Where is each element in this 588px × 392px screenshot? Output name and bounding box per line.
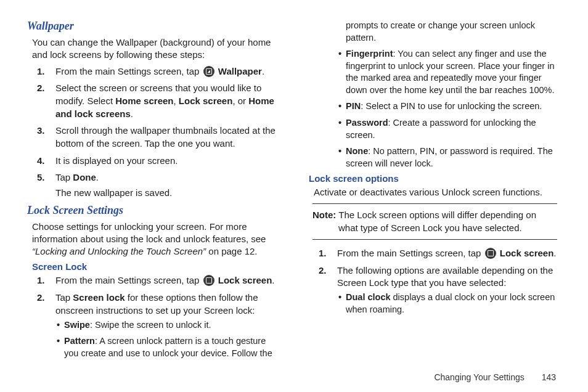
- page-number: 143: [542, 372, 556, 382]
- list-item: Fingerprint: You can select any finger a…: [346, 48, 561, 96]
- step-text: Select the screen or screens that you wo…: [55, 83, 274, 118]
- heading-screen-lock: Screen Lock: [32, 261, 279, 272]
- step-number: 5.: [37, 171, 45, 184]
- step: 5. Tap Done. The new wallpaper is saved.: [55, 171, 279, 199]
- step-number: 3.: [37, 125, 45, 137]
- wallpaper-icon: [203, 66, 214, 77]
- note-box: Note: The Lock screen options will diffe…: [312, 203, 557, 240]
- step-text: The following options are available depe…: [337, 265, 553, 288]
- step-text: It is displayed on your screen.: [55, 155, 178, 166]
- chapter-name: Changing Your Settings: [434, 372, 524, 382]
- step: 3. Scroll through the wallpaper thumbnai…: [55, 125, 279, 150]
- step: 1. From the main Settings screen, tap Wa…: [55, 65, 279, 78]
- wallpaper-steps: 1. From the main Settings screen, tap Wa…: [27, 65, 279, 200]
- list-item: PIN: Select a PIN to use for unlocking t…: [346, 100, 561, 113]
- step-number: 1.: [37, 65, 45, 78]
- page-columns: Wallpaper You can change the Wallpaper (…: [27, 20, 561, 362]
- heading-lockscreen: Lock Screen Settings: [27, 204, 279, 217]
- page-footer: Changing Your Settings 143: [434, 372, 556, 382]
- step: 2. The following options are available d…: [337, 264, 561, 316]
- step: 2. Select the screen or screens that you…: [55, 82, 279, 120]
- list-item: Swipe: Swipe the screen to unlock it.: [64, 319, 279, 332]
- wallpaper-intro: You can change the Wallpaper (background…: [32, 36, 279, 62]
- step-number: 2.: [37, 292, 45, 304]
- step-number: 4.: [37, 155, 45, 168]
- step-number: 1.: [37, 274, 45, 287]
- step-text: Scroll through the wallpaper thumbnails …: [55, 125, 276, 149]
- lockscreen-icon: [485, 248, 496, 259]
- step-subtext: The new wallpaper is saved.: [55, 187, 279, 200]
- lso-intro: Activate or deactivates various Unlock s…: [314, 186, 561, 198]
- step: 4. It is displayed on your screen.: [55, 155, 279, 168]
- step-number: 1.: [319, 247, 327, 260]
- step: 1. From the main Settings screen, tap Lo…: [55, 274, 279, 287]
- heading-lock-screen-options: Lock screen options: [309, 173, 561, 184]
- step-text: From the main Settings screen, tap Lock …: [337, 248, 557, 258]
- step-number: 2.: [319, 264, 327, 277]
- step-text: From the main Settings screen, tap Lock …: [55, 275, 275, 285]
- step-text: From the main Settings screen, tap Wallp…: [55, 66, 264, 76]
- heading-wallpaper: Wallpaper: [27, 20, 279, 33]
- list-item: None: No pattern, PIN, or password is re…: [346, 145, 561, 169]
- lockscreen-icon: [203, 275, 214, 286]
- lso-sub-options: Dual clock displays a dual clock on your…: [337, 292, 561, 316]
- note-text: Note: The Lock screen options will diffe…: [312, 209, 557, 234]
- step-number: 2.: [37, 82, 45, 95]
- lockscreen-intro: Choose settings for unlocking your scree…: [32, 221, 279, 258]
- step-text: Tap Screen lock for these options then f…: [55, 292, 258, 316]
- list-item: Dual clock displays a dual clock on your…: [346, 292, 561, 316]
- list-item: Password: Create a password for unlockin…: [346, 117, 561, 141]
- step-text: Tap Done.: [55, 172, 99, 182]
- step: 1. From the main Settings screen, tap Lo…: [337, 247, 561, 260]
- lso-steps: 1. From the main Settings screen, tap Lo…: [309, 247, 561, 316]
